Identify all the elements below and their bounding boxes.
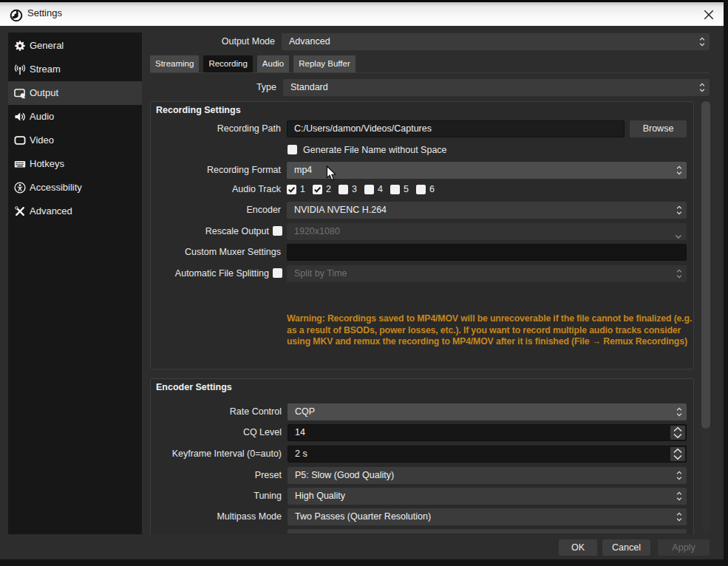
combo-arrows-icon (699, 36, 705, 50)
encoder-value: NVIDIA NVENC H.264 (294, 202, 387, 219)
recording-format-select[interactable]: mp4 (287, 162, 687, 179)
audio-track-3-checkbox[interactable] (339, 185, 348, 194)
recording-format-label: Recording Format (118, 162, 281, 179)
sidebar-item-stream[interactable]: Stream (8, 58, 142, 81)
output-tabs: Streaming Recording Audio Replay Buffer (150, 55, 356, 72)
audio-track-2-checkbox[interactable] (313, 185, 322, 194)
advanced-tools-icon (14, 205, 26, 217)
video-display-icon (14, 134, 26, 146)
ok-button[interactable]: OK (559, 539, 597, 556)
keyframe-interval-value: 2 s (295, 446, 307, 462)
browse-button[interactable]: Browse (630, 120, 687, 137)
warning-line: using MKV and remux the recording to MP4… (287, 336, 695, 348)
split-mode-value: Split by Time (294, 265, 347, 282)
recording-format-value: mp4 (294, 162, 312, 179)
vertical-scrollbar[interactable] (701, 101, 710, 533)
partial-next-field (288, 529, 687, 533)
preset-label: Preset (118, 467, 282, 484)
cq-level-value: 14 (295, 425, 305, 440)
combo-arrows-icon (676, 511, 682, 525)
cancel-button[interactable]: Cancel (602, 539, 650, 556)
keyframe-interval-spinbox[interactable]: 2 s (288, 446, 687, 463)
custom-muxer-label: Custom Muxer Settings (118, 244, 281, 261)
combo-arrows-icon (676, 268, 682, 282)
tab-recording[interactable]: Recording (203, 55, 252, 72)
sidebar-item-label: Hotkeys (30, 152, 64, 176)
audio-track-6-label: 6 (429, 184, 435, 195)
audio-track-1-checkbox[interactable] (287, 185, 296, 194)
output-mode-label: Output Mode (112, 33, 275, 50)
audio-track-1-label: 1 (300, 184, 305, 195)
combo-arrows-icon (676, 491, 682, 505)
audio-track-6-checkbox[interactable] (416, 185, 426, 194)
sidebar-item-label: Advanced (30, 200, 72, 223)
spin-down-icon[interactable] (670, 432, 685, 440)
audio-speaker-icon (14, 111, 26, 123)
tuning-label: Tuning (118, 488, 282, 505)
mouse-cursor (326, 166, 338, 182)
close-icon[interactable] (703, 9, 715, 21)
warning-line: Warning: Recordings saved to MP4/MOV wil… (287, 313, 695, 325)
tab-streaming[interactable]: Streaming (150, 55, 199, 72)
audio-track-5-label: 5 (404, 184, 409, 195)
split-mode-select: Split by Time (287, 265, 687, 282)
preset-select[interactable]: P5: Slow (Good Quality) (288, 467, 687, 484)
sidebar-item-label: Output (30, 81, 58, 105)
recording-path-value: C:/Users/damon/Videos/Captures (294, 121, 432, 137)
accessibility-icon (14, 182, 26, 194)
stream-antenna-icon (14, 64, 26, 75)
tab-audio[interactable]: Audio (257, 55, 289, 72)
audio-track-4-label: 4 (378, 184, 383, 195)
type-select[interactable]: Standard (283, 79, 710, 96)
generate-no-space-label: Generate File Name without Space (303, 145, 447, 156)
multipass-mode-label: Multipass Mode (118, 508, 282, 525)
encoder-select[interactable]: NVIDIA NVENC H.264 (287, 202, 687, 219)
rescale-output-label: Rescale Output (106, 223, 269, 240)
output-mode-select[interactable]: Advanced (282, 33, 710, 50)
sidebar-item-label: General (30, 34, 64, 58)
encoder-settings-title: Encoder Settings (156, 382, 232, 392)
auto-file-splitting-checkbox[interactable] (273, 268, 282, 278)
combo-arrows-icon (676, 406, 682, 420)
preset-value: P5: Slow (Good Quality) (295, 467, 394, 484)
custom-muxer-input[interactable] (287, 244, 687, 261)
recording-settings-title: Recording Settings (156, 105, 241, 115)
generate-no-space-checkbox[interactable] (288, 145, 297, 154)
gear-icon (14, 40, 26, 52)
recording-path-label: Recording Path (118, 120, 281, 137)
tab-underline (150, 72, 710, 73)
apply-button[interactable]: Apply (658, 539, 710, 556)
output-mode-value: Advanced (289, 33, 330, 50)
rescale-output-checkbox[interactable] (273, 226, 282, 236)
multipass-mode-select[interactable]: Two Passes (Quarter Resolution) (288, 508, 687, 525)
warning-line: as a result of BSODs, power losses, etc.… (287, 325, 695, 337)
type-value: Standard (290, 79, 328, 96)
combo-arrows-icon (676, 205, 682, 219)
keyframe-interval-label: Keyframe Interval (0=auto) (118, 446, 282, 463)
rate-control-select[interactable]: CQP (288, 403, 687, 420)
sidebar-item-label: Audio (30, 105, 54, 129)
hotkeys-keyboard-icon (14, 158, 26, 170)
tab-replay-buffer[interactable]: Replay Buffer (293, 55, 355, 72)
settings-window: Settings Ge (0, 0, 724, 566)
chevron-down-icon (675, 229, 682, 242)
scrollbar-thumb[interactable] (701, 101, 710, 429)
sidebar-item-label: Accessibility (30, 176, 82, 200)
tuning-select[interactable]: High Quality (288, 488, 687, 505)
spin-down-icon[interactable] (670, 454, 685, 461)
rate-control-value: CQP (295, 403, 315, 420)
tuning-value: High Quality (295, 488, 345, 505)
audio-track-4-checkbox[interactable] (364, 185, 374, 194)
combo-arrows-icon (699, 82, 705, 96)
audio-track-5-checkbox[interactable] (390, 185, 400, 194)
type-label: Type (113, 79, 276, 96)
rescale-resolution-select: 1920x1080 (287, 223, 687, 240)
obs-logo-icon (10, 9, 23, 22)
output-icon (14, 87, 26, 99)
cq-level-spinbox[interactable]: 14 (288, 424, 687, 441)
recording-path-input[interactable]: C:/Users/damon/Videos/Captures (287, 120, 625, 137)
window-bottom-edge (0, 559, 724, 566)
multipass-mode-value: Two Passes (Quarter Resolution) (295, 508, 431, 525)
audio-track-label: Audio Track (118, 181, 281, 198)
mp4-warning-text: Warning: Recordings saved to MP4/MOV wil… (287, 313, 695, 348)
